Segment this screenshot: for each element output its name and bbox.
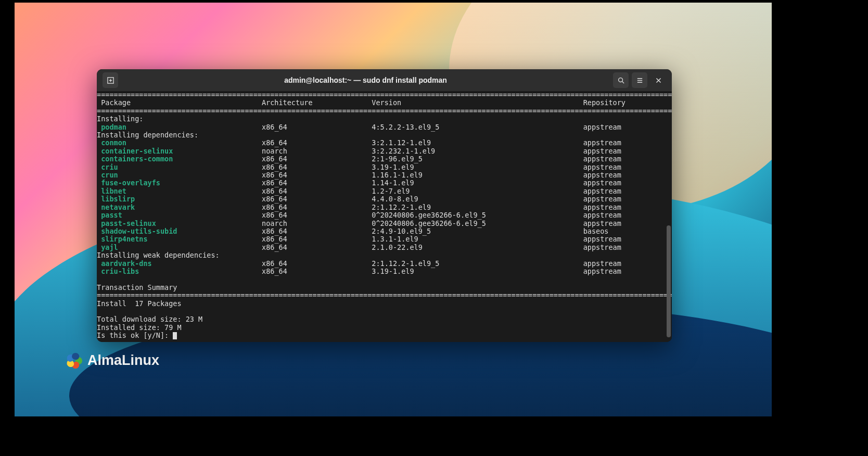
distro-logo: AlmaLinux [67, 352, 159, 369]
terminal-window: admin@localhost:~ — sudo dnf install pod… [97, 69, 672, 342]
titlebar: admin@localhost:~ — sudo dnf install pod… [97, 69, 672, 91]
close-button[interactable] [650, 72, 666, 88]
distro-name: AlmaLinux [87, 352, 159, 369]
close-icon [655, 77, 662, 84]
new-tab-icon [107, 77, 114, 84]
menu-button[interactable] [632, 72, 647, 88]
almalinux-logo-icon [67, 353, 82, 369]
hamburger-icon [636, 77, 644, 84]
svg-line-4 [622, 81, 624, 83]
new-tab-button[interactable] [103, 72, 118, 88]
terminal-body[interactable]: ========================================… [97, 91, 672, 342]
search-icon [617, 77, 625, 84]
window-title: admin@localhost:~ — sudo dnf install pod… [120, 76, 611, 84]
scrollbar-thumb[interactable] [667, 225, 671, 337]
terminal-cursor [173, 332, 177, 339]
desktop-background: AlmaLinux admin@localhost:~ — sudo dnf i… [15, 3, 772, 416]
search-button[interactable] [613, 72, 629, 88]
svg-point-3 [618, 78, 622, 82]
